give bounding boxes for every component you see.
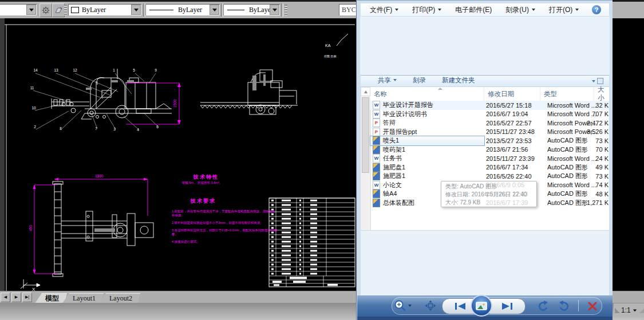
tab-nav-next-icon[interactable]: ▶ [11, 293, 21, 302]
rotate-counterclockwise-button[interactable] [536, 299, 551, 313]
next-button[interactable] [489, 298, 526, 314]
new-folder-button[interactable]: 新建文件夹 [442, 76, 475, 85]
layer-states-button[interactable] [52, 3, 65, 17]
burn-button[interactable]: 刻录 [413, 76, 426, 85]
lineweight-control-caret[interactable] [270, 5, 279, 15]
file-size: 1,271 K [587, 199, 609, 206]
viewport-scale-control[interactable]: 1:1 [614, 303, 644, 317]
tab-layout1[interactable]: Layout1 [62, 293, 104, 303]
svg-text:1: 1 [113, 68, 115, 72]
column-header-size[interactable]: 大小 [594, 87, 609, 101]
menu-file[interactable]: 文件(F) [370, 5, 398, 15]
file-size: 74 K [587, 181, 609, 188]
vertical-scrollbar[interactable] [361, 87, 371, 230]
actual-size-button[interactable] [424, 299, 437, 312]
color-control[interactable]: ByLayer [68, 4, 141, 15]
file-name-cell[interactable]: 施肥器1 [370, 172, 484, 181]
layer-combo[interactable] [0, 4, 37, 15]
callout-leader-lines [33, 73, 159, 130]
zoom-button[interactable] [393, 299, 412, 313]
menu-burn[interactable]: 刻录(U) [505, 5, 535, 15]
color-control-caret[interactable] [131, 5, 141, 15]
help-icon[interactable]: ? [592, 5, 601, 14]
layer-combo-caret[interactable] [26, 5, 36, 15]
rotate-ccw-icon [537, 300, 550, 313]
svg-text:5: 5 [133, 68, 135, 72]
scrollbar-up-button[interactable] [361, 87, 370, 96]
file-name-cell[interactable]: P开题报告ppt [370, 128, 484, 137]
column-headers: 名称 修改日期 类型 大小 [370, 87, 609, 101]
tech-characteristics-title: 技术特性 [193, 173, 219, 181]
menu-email[interactable]: 电子邮件(E) [455, 5, 492, 15]
file-row[interactable]: 喷药架12013/6/7 21:56AutoCAD 图形70 K [370, 145, 609, 155]
file-name-cell[interactable]: W毕业设计说明书 [370, 110, 484, 119]
file-row[interactable]: P答辩2016/5/27 22:57Microsoft Power...2,47… [370, 118, 609, 128]
file-row[interactable]: W毕业设计说明书2016/6/7 19:04Microsoft Word ...… [370, 110, 609, 119]
menu-open[interactable]: 打开(O) [549, 5, 579, 15]
file-row[interactable]: P开题报告ppt2015/11/27 23:48Microsoft Power.… [370, 128, 609, 137]
svg-text:12: 12 [73, 68, 77, 72]
scrollbar-thumb[interactable] [362, 97, 369, 173]
column-header-type-label: 类型 [544, 90, 557, 98]
file-name-cell[interactable]: 喷头1 [370, 136, 484, 145]
file-date: 2016/5/26 22:40 [486, 173, 540, 180]
file-name-cell[interactable]: P答辩 [370, 118, 484, 128]
file-row[interactable]: 施肥盘12016/6/7 17:34AutoCAD 图形49 K [370, 163, 609, 172]
tooltip-size: 大小: 72.9 KB [445, 199, 532, 207]
delete-button[interactable] [584, 299, 601, 313]
svg-text:8: 8 [60, 127, 62, 131]
rotate-clockwise-button[interactable] [556, 299, 571, 313]
corner-sub-label: 挂图 比例 [324, 54, 336, 58]
svg-text:11: 11 [30, 86, 34, 90]
file-date: 2016/6/7 17:34 [486, 164, 540, 171]
file-name-label: 喷头1 [383, 136, 399, 145]
column-header-date[interactable]: 修改日期 [484, 87, 540, 101]
tooltip-modified: 修改日期: 2016年5月26日 22:40 [445, 191, 532, 199]
change-view-button[interactable] [592, 78, 603, 84]
linetype-control-caret[interactable] [210, 5, 219, 15]
color-swatch [71, 7, 79, 13]
dwg-file-icon [373, 145, 380, 154]
play-slideshow-button[interactable] [471, 295, 492, 317]
file-row[interactable]: W毕业设计开题报告2016/5/27 15:18Microsoft Word .… [370, 101, 609, 110]
linetype-control[interactable]: ByLayer [145, 4, 220, 15]
chevron-down-icon [393, 79, 397, 81]
tab-nav-last-icon[interactable]: ▶| [22, 293, 32, 302]
tab-layout2[interactable]: Layout2 [99, 293, 140, 303]
share-button[interactable]: 共享 [378, 76, 397, 85]
linetype-glyph [149, 10, 173, 10]
menu-print[interactable]: 打印(P) [412, 5, 441, 15]
lineweight-control[interactable]: ByLayer [223, 4, 280, 15]
toolbar-drag-grip[interactable] [64, 5, 67, 15]
file-row[interactable]: 施肥器12016/5/26 22:40AutoCAD 图形73 K [370, 172, 609, 181]
file-name-label: 开题报告ppt [383, 128, 417, 136]
viewer-menu-bar: 文件(F) 打印(P) 电子邮件(E) 刻录(U) 打开(O) ? [360, 3, 610, 17]
tab-nav-first-icon[interactable]: ◀ [1, 293, 10, 302]
viewer-control-bar [357, 295, 613, 317]
scale-value: 1:1 [621, 306, 631, 314]
viewer-window-bottom-frame [357, 317, 613, 320]
plot-triangle-icon [615, 308, 620, 313]
word-file-icon: W [373, 110, 380, 118]
column-header-type[interactable]: 类型 [540, 87, 594, 101]
new-folder-label: 新建文件夹 [442, 76, 475, 85]
tab-model[interactable]: 模型 [35, 293, 67, 303]
tab-layout1-label: Layout1 [73, 294, 96, 303]
file-name-cell[interactable]: W毕业设计开题报告 [370, 101, 484, 110]
next-icon [500, 302, 515, 310]
svg-text:4: 4 [137, 128, 139, 132]
file-row[interactable]: W任务书2015/11/27 23:39Microsoft Word ...24… [370, 154, 609, 163]
layer-properties-button[interactable] [39, 3, 52, 17]
magnifier-plus-icon [393, 299, 407, 313]
file-row[interactable]: 喷头12013/5/27 23:53AutoCAD 图形73 K [370, 136, 609, 145]
file-name-cell[interactable]: 施肥盘1 [370, 163, 484, 172]
file-name-cell[interactable]: W任务书 [370, 154, 484, 163]
ppt-file-icon: P [373, 128, 380, 136]
file-size: 49 K [587, 164, 609, 171]
file-name-cell[interactable]: 喷药架1 [370, 145, 484, 155]
toolbar-drag-grip-2[interactable] [285, 5, 287, 15]
lineweight-glyph [227, 10, 244, 10]
file-size: 73 K [587, 173, 609, 180]
column-header-name[interactable]: 名称 [370, 87, 484, 101]
file-tooltip: 类型: AutoCAD 图形 修改日期: 2016年5月26日 22:40 大小… [441, 181, 537, 207]
